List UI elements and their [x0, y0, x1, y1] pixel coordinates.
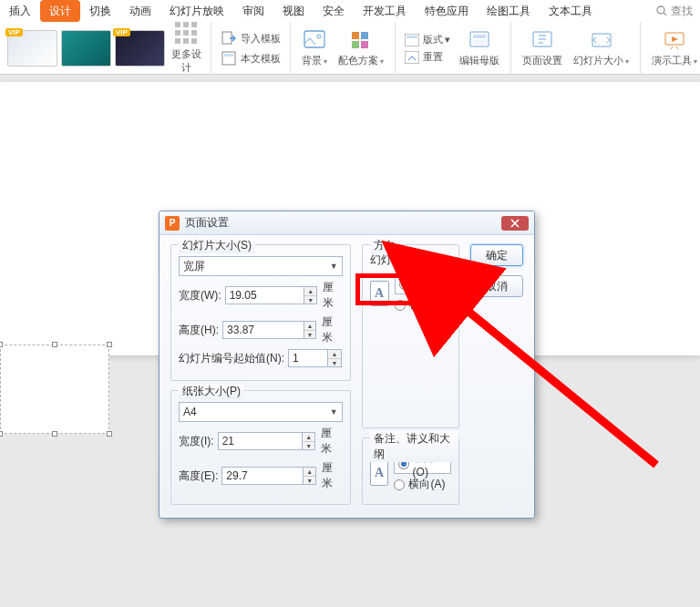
orientation-legend: 方向 — [370, 238, 399, 253]
width-label: 宽度(W): — [179, 288, 221, 304]
vip-badge-icon: VIP — [5, 28, 23, 36]
reset-icon — [405, 51, 419, 64]
slide-orientation-sub: 幻灯片 — [370, 252, 452, 268]
page-setup-button[interactable]: 页面设置 — [517, 30, 568, 67]
paper-width-input[interactable]: 21 — [218, 432, 303, 450]
landscape-a-radio[interactable]: 横向(A) — [394, 477, 451, 492]
layout-icon — [405, 34, 419, 46]
width-spinner[interactable]: ▲▼ — [304, 286, 317, 304]
background-button[interactable]: 背景▾ — [296, 30, 333, 67]
paper-width-spinner[interactable]: ▲▼ — [303, 432, 316, 450]
selected-placeholder[interactable] — [0, 345, 109, 434]
theme-thumb-1[interactable]: VIP — [7, 30, 57, 67]
ok-button[interactable]: 确定 — [470, 244, 523, 266]
page-setup-dialog: P 页面设置 幻灯片大小(S) 宽屏▼ 宽度(W): 19.05 ▲▼ 厘米 — [159, 211, 535, 519]
resize-handle[interactable] — [52, 342, 57, 347]
slide-size-legend: 幻灯片大小(S) — [179, 238, 255, 253]
svg-point-0 — [657, 6, 664, 14]
resize-handle[interactable] — [52, 431, 57, 437]
dialog-title: 页面设置 — [185, 215, 229, 231]
tab-view[interactable]: 视图 — [273, 0, 314, 22]
paper-height-spinner[interactable]: ▲▼ — [304, 467, 316, 485]
resize-handle[interactable] — [107, 342, 112, 347]
page-group: 页面设置 幻灯片大小▾ — [511, 22, 641, 75]
local-template-label: 本文模板 — [241, 52, 281, 66]
svg-rect-16 — [473, 40, 486, 44]
cancel-button[interactable]: 取消 — [470, 275, 523, 297]
height-input[interactable]: 33.87 — [222, 321, 304, 339]
tab-special[interactable]: 特色应用 — [416, 0, 478, 22]
resize-handle[interactable] — [0, 342, 3, 347]
tab-text[interactable]: 文本工具 — [540, 0, 602, 22]
slide-size-button[interactable]: 幻灯片大小▾ — [568, 30, 634, 67]
height-unit: 厘米 — [322, 314, 342, 345]
slide-size-select[interactable]: 宽屏▼ — [179, 256, 343, 276]
edit-master-button[interactable]: 编辑母版 — [454, 30, 505, 67]
resize-handle[interactable] — [0, 431, 3, 437]
width-input[interactable]: 19.05 — [225, 286, 305, 304]
background-group: 背景▾ 配色方案▾ — [291, 22, 396, 75]
search-box[interactable]: 查找 — [656, 4, 700, 19]
tab-slideshow[interactable]: 幻灯片放映 — [160, 0, 233, 22]
svg-rect-9 — [352, 41, 359, 48]
landscape-a-label: 横向(A) — [408, 477, 445, 492]
svg-rect-5 — [304, 31, 324, 47]
paper-value: A4 — [183, 406, 197, 418]
svg-rect-14 — [470, 32, 489, 46]
paper-width-value: 21 — [222, 435, 234, 448]
landscape-l-radio[interactable]: 横向(L) — [395, 297, 452, 313]
svg-rect-15 — [473, 35, 486, 38]
tab-drawing[interactable]: 绘图工具 — [478, 0, 540, 22]
number-label: 幻灯片编号起始值(N): — [179, 351, 284, 366]
app-icon: P — [165, 216, 180, 231]
present-group: 演示工具▾ — [641, 22, 700, 75]
more-designs-button[interactable]: 更多设计 — [167, 22, 205, 75]
portrait-icon: A — [370, 460, 389, 486]
theme-gallery: VIP VIP 更多设计 — [0, 22, 211, 75]
grid-icon — [175, 22, 197, 44]
notes-orientation-group: 备注、讲义和大纲 A 纵向(O) 横向(A) — [362, 437, 460, 505]
page-setup-icon — [531, 30, 553, 50]
tab-insert[interactable]: 插入 — [0, 0, 40, 22]
search-label: 查找 — [671, 4, 693, 19]
number-input[interactable]: 1 — [288, 349, 328, 367]
svg-line-1 — [664, 13, 666, 15]
present-tools-button[interactable]: 演示工具▾ — [646, 30, 700, 67]
paper-height-value: 29.7 — [226, 469, 247, 482]
import-template-button[interactable]: 导入模板 — [217, 28, 284, 48]
tab-review[interactable]: 审阅 — [233, 0, 273, 22]
color-scheme-button[interactable]: 配色方案▾ — [333, 30, 389, 67]
template-group: 导入模板 本文模板 — [211, 22, 291, 75]
svg-rect-7 — [352, 32, 359, 39]
paper-height-input[interactable]: 29.7 — [221, 467, 304, 485]
theme-thumb-2[interactable] — [61, 30, 111, 67]
width-value: 19.05 — [230, 289, 257, 302]
more-designs-label: 更多设计 — [171, 48, 201, 73]
paper-height-unit: 厘米 — [322, 460, 342, 491]
tab-design[interactable]: 设计 — [40, 0, 80, 22]
reset-button[interactable]: 重置 — [401, 48, 454, 66]
tab-animation[interactable]: 动画 — [120, 0, 160, 22]
tab-developer[interactable]: 开发工具 — [354, 0, 416, 22]
dialog-titlebar[interactable]: P 页面设置 — [160, 211, 534, 235]
paper-size-select[interactable]: A4▼ — [179, 402, 343, 422]
local-template-button[interactable]: 本文模板 — [217, 48, 284, 68]
slide-size-icon — [591, 30, 612, 50]
height-spinner[interactable]: ▲▼ — [304, 321, 317, 339]
tab-security[interactable]: 安全 — [314, 0, 354, 22]
master-icon — [468, 30, 490, 50]
reset-label: 重置 — [423, 50, 443, 64]
background-icon — [304, 30, 325, 50]
resize-handle[interactable] — [107, 431, 112, 437]
layout-button[interactable]: 版式▾ — [401, 31, 454, 48]
palette-icon — [350, 30, 372, 50]
tab-transition[interactable]: 切换 — [80, 0, 120, 22]
paper-width-unit: 厘米 — [321, 426, 342, 457]
vip-badge-icon: VIP — [113, 28, 130, 36]
portrait-r-radio[interactable]: 纵向(R) — [395, 274, 452, 294]
close-button[interactable] — [501, 216, 529, 231]
orientation-group: 方向 幻灯片 A 纵向(R) 横向(L) — [362, 244, 460, 428]
paper-height-label: 高度(E): — [179, 468, 218, 484]
number-spinner[interactable]: ▲▼ — [328, 349, 342, 367]
theme-thumb-3[interactable]: VIP — [115, 30, 165, 67]
